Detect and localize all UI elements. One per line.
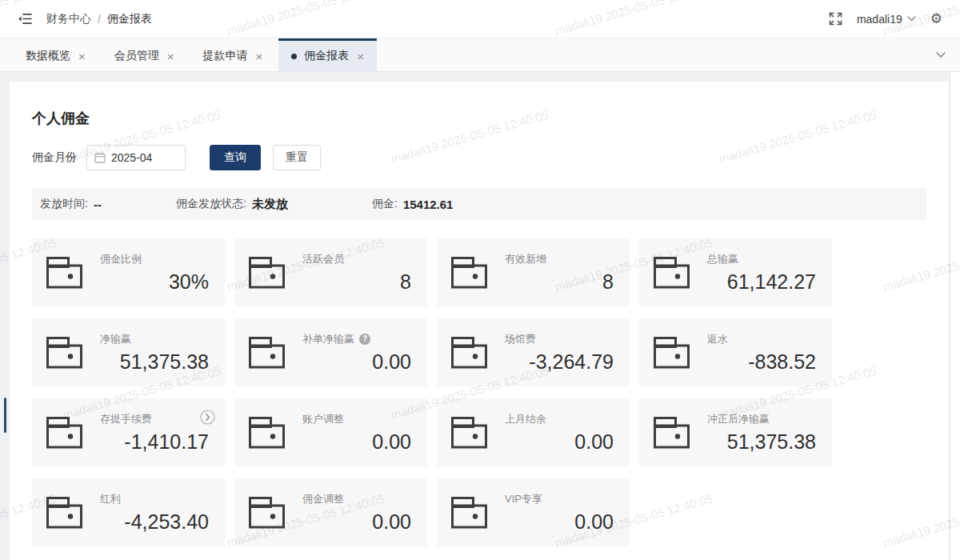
wallet-icon (249, 417, 285, 449)
wallet-icon (46, 257, 82, 289)
user-menu[interactable]: madali19 (857, 13, 916, 26)
breadcrumb-separator: / (98, 13, 101, 26)
tab-label: 提款申请 (203, 49, 248, 63)
stat-card-value: 0.00 (302, 350, 411, 374)
stat-card-label: 账户调整 (302, 412, 344, 426)
stat-card-label: 佣金调整 (302, 492, 344, 506)
stat-card: 冲正后净输赢 ? 51,375.38 (639, 398, 832, 466)
stat-card: 补单净输赢 ? 0.00 (234, 318, 427, 386)
stat-card: 红利 ? -4,253.40 (32, 478, 225, 546)
stat-card-label: 总输赢 (707, 252, 738, 266)
tab-0[interactable]: 数据概览 × (13, 38, 98, 71)
commission-report-panel: 个人佣金 佣金月份 2025-04 查询 重置 发放时间: -- 佣金发放状态:… (10, 82, 949, 560)
commission-value: 15412.61 (403, 198, 454, 211)
stat-card-label: 补单净输赢 (302, 332, 354, 346)
tab-1[interactable]: 会员管理 × (102, 38, 187, 71)
help-icon[interactable]: ? (359, 334, 370, 345)
tab-close-icon[interactable]: × (167, 50, 174, 62)
tab-label: 数据概览 (26, 49, 70, 63)
wallet-icon (249, 497, 285, 529)
stat-card-label: 存提手续费 (100, 412, 152, 426)
stat-card: 账户调整 ? 0.00 (234, 398, 427, 466)
tab-label: 佣金报表 (304, 49, 349, 63)
stat-card-value: 30% (100, 270, 209, 294)
month-picker-input[interactable]: 2025-04 (86, 145, 186, 170)
stat-card-label: 有效新增 (505, 252, 546, 266)
commission-label: 佣金: (372, 197, 398, 211)
stat-card-value: 8 (302, 270, 411, 294)
tab-3[interactable]: 佣金报表 × (278, 38, 377, 71)
stat-card: 净输赢 ? 51,375.38 (32, 318, 225, 386)
left-scroll-handle[interactable] (4, 398, 6, 433)
stat-card: 返水 ? -838.52 (639, 318, 832, 386)
wallet-icon (46, 417, 82, 449)
summary-bar: 发放时间: -- 佣金发放状态: 未发放 佣金: 15412.61 (32, 188, 926, 220)
stat-card-label: 活跃会员 (302, 252, 344, 266)
stat-card: 总输赢 ? 61,142.27 (639, 238, 832, 306)
stat-card-label: VIP专享 (505, 492, 542, 506)
stat-card-label: 返水 (707, 332, 728, 346)
tab-close-icon[interactable]: × (256, 50, 263, 62)
stat-card: 场馆费 ? -3,264.79 (437, 318, 630, 386)
stat-card-label: 冲正后净输赢 (707, 412, 770, 426)
stat-card-value: 61,142.27 (707, 270, 816, 294)
chevron-down-icon (907, 16, 916, 22)
stat-card-value: 51,375.38 (100, 350, 209, 374)
calendar-icon (94, 152, 106, 163)
filter-row: 佣金月份 2025-04 查询 重置 (32, 145, 926, 170)
fullscreen-icon[interactable] (829, 12, 842, 26)
menu-fold-icon[interactable] (18, 13, 32, 25)
stat-card-value: 0.00 (505, 430, 614, 454)
issue-time-label: 发放时间: (40, 197, 88, 211)
breadcrumb-section[interactable]: 财务中心 (46, 12, 91, 26)
stat-card-value: 51,375.38 (707, 430, 816, 454)
issue-time-item: 发放时间: -- (40, 197, 176, 211)
expand-right-icon[interactable] (200, 410, 215, 425)
wallet-icon (451, 417, 487, 449)
wallet-icon (451, 257, 487, 289)
reset-button[interactable]: 重置 (273, 145, 321, 170)
month-field-label: 佣金月份 (32, 150, 77, 165)
wallet-icon (654, 417, 690, 449)
stat-card: 上月结余 ? 0.00 (437, 398, 630, 466)
stat-card: 有效新增 ? 8 (437, 238, 630, 306)
wallet-icon (654, 257, 690, 289)
tab-close-icon[interactable]: × (78, 50, 86, 62)
stat-card: VIP专享 ? 0.00 (437, 478, 630, 546)
stat-card-value: 0.00 (505, 510, 614, 534)
wallet-icon (451, 337, 487, 369)
tab-close-icon[interactable]: × (357, 50, 364, 62)
stat-card-value: 0.00 (302, 510, 411, 534)
stats-grid: 佣金比例 ? 30% (32, 238, 832, 546)
stat-card-value: -3,264.79 (505, 350, 614, 374)
page-title: 个人佣金 (32, 109, 926, 128)
stat-card-value: -4,253.40 (100, 510, 209, 534)
stat-card: 存提手续费 ? -1,410.17 (32, 398, 225, 466)
commission-item: 佣金: 15412.61 (372, 197, 453, 211)
tab-2[interactable]: 提款申请 × (190, 38, 276, 71)
stat-card-label: 场馆费 (505, 332, 536, 346)
stat-card-label: 佣金比例 (100, 252, 142, 266)
wallet-icon (249, 257, 285, 289)
top-header: 财务中心 / 佣金报表 madali19 ⚙ (0, 0, 960, 38)
gear-icon[interactable]: ⚙ (930, 12, 942, 26)
tab-label: 会员管理 (114, 49, 159, 63)
tabbar-chevron-down-icon[interactable] (936, 38, 946, 71)
stat-card-label: 上月结余 (505, 412, 546, 426)
stat-card-label: 净输赢 (100, 332, 131, 346)
tab-bar: 数据概览 × 会员管理 × 提款申请 × 佣金报表 × (0, 38, 960, 72)
issue-status-item: 佣金发放状态: 未发放 (176, 197, 372, 212)
stat-card-value: 0.00 (302, 430, 411, 454)
stat-card: 佣金调整 ? 0.00 (234, 478, 427, 546)
stat-card-value: 8 (505, 270, 614, 294)
query-button[interactable]: 查询 (210, 145, 261, 170)
wallet-icon (451, 497, 487, 529)
active-dot-icon (291, 54, 297, 59)
breadcrumb-current: 佣金报表 (107, 12, 152, 26)
wallet-icon (46, 337, 82, 369)
issue-time-value: -- (94, 198, 102, 211)
issue-status-label: 佣金发放状态: (176, 197, 246, 211)
issue-status-value: 未发放 (252, 197, 288, 212)
scrollbar-track[interactable] (950, 72, 960, 560)
stat-card-value: -1,410.17 (100, 430, 209, 454)
